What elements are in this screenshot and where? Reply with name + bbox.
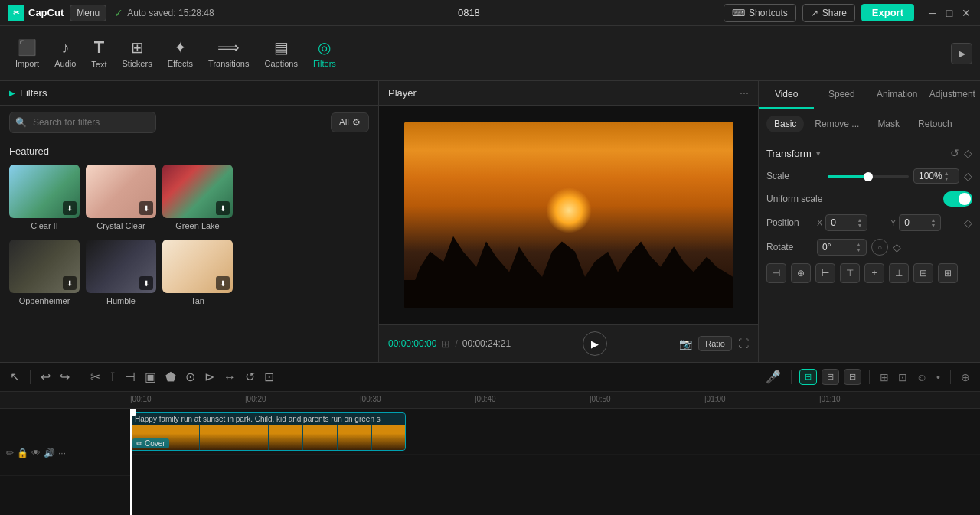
- align-left-button[interactable]: ⊣: [766, 263, 786, 283]
- player-menu-icon[interactable]: ⋯: [740, 88, 749, 99]
- audio-track-button[interactable]: ⊟: [844, 369, 861, 385]
- track-pencil-icon[interactable]: ✏: [6, 448, 14, 458]
- rotate-circle-button[interactable]: ○: [871, 239, 888, 256]
- menu-button[interactable]: Menu: [70, 5, 106, 21]
- rotate-input[interactable]: 0° ▲ ▼: [817, 239, 867, 256]
- tool-audio[interactable]: ♪ Audio: [47, 35, 83, 72]
- transform-keyframe-button[interactable]: ◇: [964, 147, 972, 159]
- redo-button[interactable]: ↪: [57, 367, 72, 386]
- transform-reset-button[interactable]: ↺: [950, 147, 959, 159]
- scale-up-arrow[interactable]: ▲: [944, 171, 949, 176]
- tab-adjustment[interactable]: Adjustment: [925, 81, 980, 109]
- tab-video[interactable]: Video: [759, 81, 814, 109]
- position-keyframe-button[interactable]: ◇: [964, 217, 972, 229]
- subtab-mask[interactable]: Mask: [870, 116, 907, 132]
- tool-effects[interactable]: ✦ Effects: [160, 34, 201, 72]
- tool-stickers[interactable]: ⊞ Stickers: [115, 34, 160, 72]
- position-y-stepper[interactable]: ▲ ▼: [930, 217, 936, 228]
- crop2-button[interactable]: ⊡: [262, 367, 276, 386]
- tl-snap-button[interactable]: ⊞: [877, 369, 891, 386]
- scale-slider-thumb[interactable]: [864, 172, 873, 181]
- position-y-input[interactable]: 0 ▲ ▼: [899, 214, 941, 231]
- subtab-basic[interactable]: Basic: [766, 116, 804, 132]
- tool-captions[interactable]: ▤ Captions: [256, 34, 305, 72]
- tl-zoom-button[interactable]: ⊕: [959, 369, 972, 386]
- play-button[interactable]: ▶: [583, 331, 607, 356]
- align-right-button[interactable]: ⊢: [815, 263, 835, 283]
- tl-more-button[interactable]: •: [934, 369, 942, 386]
- all-filter-button[interactable]: All ⚙: [331, 112, 369, 132]
- rotate-tl-button[interactable]: ↺: [243, 367, 257, 386]
- mask-tl-button[interactable]: ⬟: [163, 367, 178, 386]
- crop-button[interactable]: ▣: [142, 367, 158, 386]
- search-input[interactable]: [9, 112, 156, 133]
- filter-humble[interactable]: ⬇ Humble: [86, 240, 156, 305]
- minimize-button[interactable]: ─: [926, 7, 939, 19]
- track-volume-icon[interactable]: 🔊: [44, 448, 55, 458]
- distribute-h-button[interactable]: ⊟: [913, 263, 933, 283]
- subtab-retouch[interactable]: Retouch: [910, 116, 960, 132]
- close-button[interactable]: ✕: [960, 7, 972, 19]
- tab-speed[interactable]: Speed: [814, 81, 869, 109]
- tool-filters[interactable]: ◎ Filters: [305, 34, 344, 72]
- tl-emoji-button[interactable]: ☺: [914, 369, 929, 386]
- main-track-button[interactable]: ⊞: [799, 369, 817, 385]
- filter-clear2-download[interactable]: ⬇: [63, 201, 77, 215]
- rotate-stepper[interactable]: ▲ ▼: [856, 242, 861, 253]
- shortcuts-button[interactable]: ⌨ Shortcuts: [724, 4, 796, 22]
- align-top-button[interactable]: ⊤: [840, 263, 860, 283]
- undo-button[interactable]: ↩: [38, 367, 53, 386]
- playhead[interactable]: [130, 409, 132, 515]
- ratio-button[interactable]: Ratio: [698, 336, 732, 351]
- loop-button[interactable]: ⊙: [183, 367, 198, 386]
- tool-text[interactable]: T Text: [83, 34, 114, 73]
- scale-down-arrow[interactable]: ▼: [944, 176, 949, 181]
- speed-tl-button[interactable]: ⊳: [202, 367, 217, 386]
- filter-oppenheimer-download[interactable]: ⬇: [63, 276, 77, 290]
- filter-crystal-clear[interactable]: ⬇ Crystal Clear: [86, 165, 156, 230]
- split-keep-button[interactable]: ⊺: [107, 367, 118, 386]
- filter-tan-download[interactable]: ⬇: [216, 276, 230, 290]
- align-center-h-button[interactable]: ⊕: [791, 263, 811, 283]
- tab-animation[interactable]: Animation: [870, 81, 925, 109]
- share-button[interactable]: ↗ Share: [802, 4, 855, 22]
- split-button[interactable]: ✂: [88, 367, 103, 386]
- position-x-input[interactable]: 0 ▲ ▼: [825, 214, 867, 231]
- fullscreen-button[interactable]: ⛶: [738, 337, 749, 350]
- track-lock-icon[interactable]: 🔒: [17, 448, 28, 458]
- filter-green-lake-download[interactable]: ⬇: [216, 201, 230, 215]
- rotate-keyframe-button[interactable]: ◇: [893, 241, 901, 253]
- position-x-stepper[interactable]: ▲ ▼: [857, 217, 862, 228]
- distribute-v-button[interactable]: ⊞: [938, 263, 958, 283]
- filter-oppenheimer[interactable]: ⬇ Oppenheimer: [9, 240, 80, 305]
- mic-button[interactable]: 🎤: [763, 367, 783, 386]
- tool-transitions[interactable]: ⟹ Transitions: [201, 34, 256, 72]
- align-center-v-button[interactable]: +: [864, 263, 884, 283]
- select-tool-button[interactable]: ↖: [8, 367, 22, 386]
- filter-crystal-clear-download[interactable]: ⬇: [139, 201, 153, 215]
- split-remove-button[interactable]: ⊣: [122, 367, 138, 386]
- filter-tan[interactable]: ⬇ Tan: [162, 240, 233, 305]
- maximize-button[interactable]: □: [943, 7, 956, 19]
- filter-clear2[interactable]: ⬇ Clear II: [9, 165, 80, 230]
- b-roll-button[interactable]: ⊟: [822, 369, 839, 385]
- uniform-scale-row: Uniform scale: [766, 191, 972, 207]
- uniform-scale-toggle[interactable]: [943, 191, 972, 207]
- export-button[interactable]: Export: [861, 4, 914, 21]
- tl-crop3-button[interactable]: ⊡: [896, 369, 910, 386]
- tool-import[interactable]: ⬛ Import: [8, 34, 47, 72]
- track-more-icon[interactable]: ···: [58, 448, 66, 458]
- mirror-button[interactable]: ↔: [221, 368, 238, 386]
- align-bottom-button[interactable]: ⊥: [889, 263, 909, 283]
- screenshot-button[interactable]: 📷: [679, 337, 692, 350]
- filter-humble-download[interactable]: ⬇: [139, 276, 153, 290]
- scale-stepper[interactable]: ▲ ▼: [944, 171, 949, 181]
- cover-label-text: Cover: [145, 439, 165, 448]
- scale-slider[interactable]: [828, 175, 909, 178]
- toolbar-expand-button[interactable]: ▶: [951, 43, 972, 64]
- scale-keyframe-button[interactable]: ◇: [964, 170, 972, 182]
- subtab-remove[interactable]: Remove ...: [807, 116, 867, 132]
- filter-green-lake[interactable]: ⬇ Green Lake: [162, 165, 233, 230]
- track-eye-icon[interactable]: 👁: [31, 448, 41, 458]
- video-clip[interactable]: Happy family run at sunset in park. Chil…: [130, 412, 406, 451]
